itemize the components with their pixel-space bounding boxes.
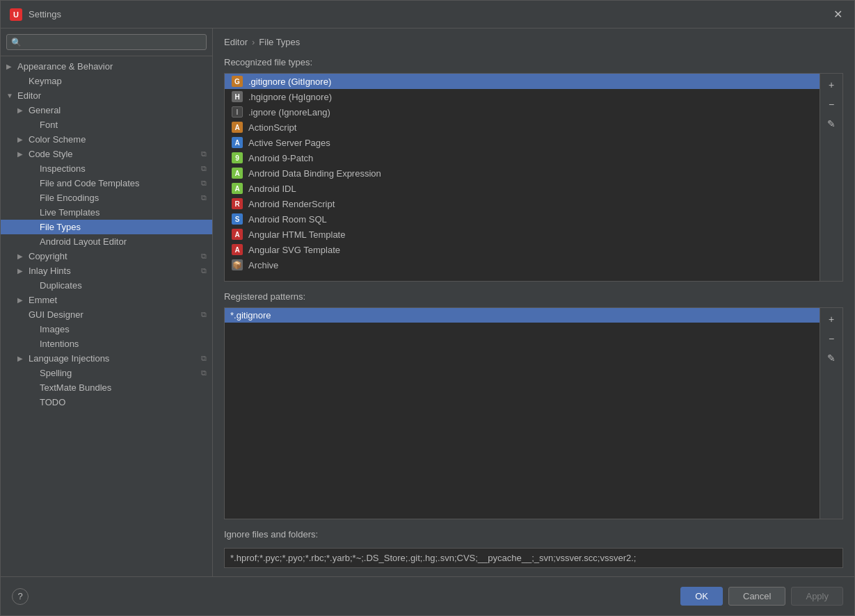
sidebar-item-filetypes[interactable]: File Types — [1, 220, 212, 234]
edit-pattern-button[interactable]: ✎ — [823, 350, 840, 366]
file-type-icon: A — [230, 122, 244, 133]
search-icon: 🔍 — [11, 38, 22, 47]
patterns-list[interactable]: *.gitignore — [225, 308, 820, 519]
recognized-list-item[interactable]: H.hgignore (HgIgnore) — [225, 89, 820, 104]
footer-right: OK Cancel Apply — [680, 587, 843, 606]
sidebar-item-fileencodings[interactable]: File Encodings⧉ — [1, 191, 212, 205]
sidebar-item-inspections[interactable]: Inspections⧉ — [1, 161, 212, 176]
sidebar-item-label: Images — [40, 324, 207, 334]
edit-filetype-button[interactable]: ✎ — [823, 115, 840, 132]
sidebar-item-label: Color Scheme — [29, 134, 207, 145]
arrow-icon: ▶ — [17, 150, 29, 158]
sidebar-item-editor[interactable]: ▼Editor — [1, 88, 212, 103]
recognized-list-item[interactable]: 📦Archive — [225, 257, 820, 273]
recognized-list[interactable]: G.gitignore (GitIgnore)H.hgignore (HgIgn… — [225, 74, 820, 281]
sidebar-item-label: TODO — [40, 397, 207, 407]
footer-left: ? — [12, 588, 29, 605]
ok-button[interactable]: OK — [680, 587, 723, 606]
filetype-name: Android RenderScript — [248, 199, 335, 209]
recognized-list-item[interactable]: AAngular SVG Template — [225, 242, 820, 257]
patterns-section: Registered patterns: *.gitignore + − ✎ — [224, 291, 843, 519]
file-type-icon: I — [230, 106, 244, 117]
apply-button[interactable]: Apply — [791, 587, 843, 606]
sidebar: 🔍 ▶Appearance & BehaviorKeymap▼Editor▶Ge… — [1, 29, 213, 576]
sidebar-item-font[interactable]: Font — [1, 117, 212, 132]
settings-dialog: U Settings ✕ 🔍 ▶Appearance & BehaviorKey… — [0, 0, 855, 616]
sidebar-item-textmatebundles[interactable]: TextMate Bundles — [1, 380, 212, 395]
recognized-list-item[interactable]: AActionScript — [225, 120, 820, 135]
recognized-list-item[interactable]: AAndroid Data Binding Expression — [225, 165, 820, 181]
sidebar-item-codestyle[interactable]: ▶Code Style⧉ — [1, 147, 212, 161]
sidebar-item-images[interactable]: Images — [1, 322, 212, 337]
copy-icon: ⧉ — [201, 149, 207, 159]
copy-icon: ⧉ — [201, 354, 207, 363]
sidebar-item-label: Appearance & Behavior — [17, 61, 207, 72]
cancel-button[interactable]: Cancel — [728, 587, 785, 606]
arrow-icon: ▶ — [17, 296, 29, 304]
file-type-icon: 9 — [230, 152, 244, 163]
file-type-icon: R — [230, 198, 244, 209]
sidebar-item-label: Live Templates — [40, 207, 207, 218]
search-input[interactable] — [24, 37, 202, 47]
recognized-list-item[interactable]: G.gitignore (GitIgnore) — [225, 74, 820, 89]
add-filetype-button[interactable]: + — [823, 76, 840, 93]
sidebar-item-spelling[interactable]: Spelling⧉ — [1, 366, 212, 380]
sidebar-item-label: Duplicates — [40, 280, 207, 291]
sidebar-item-languageinjections[interactable]: ▶Language Injections⧉ — [1, 351, 212, 366]
sidebar-item-label: Inlay Hints — [29, 266, 198, 276]
pattern-list-item[interactable]: *.gitignore — [225, 308, 820, 323]
copy-icon: ⧉ — [201, 310, 207, 319]
breadcrumb-separator: › — [252, 37, 255, 47]
sidebar-item-label: Emmet — [29, 295, 207, 305]
filetype-name: Angular SVG Template — [248, 245, 340, 255]
sidebar-item-fileandcode[interactable]: File and Code Templates⧉ — [1, 176, 212, 191]
sidebar-item-androidlayout[interactable]: Android Layout Editor — [1, 234, 212, 249]
svg-text:U: U — [13, 10, 19, 19]
arrow-icon: ▶ — [17, 106, 29, 114]
patterns-panel: *.gitignore + − ✎ — [224, 307, 843, 519]
sidebar-item-label: Language Injections — [29, 353, 198, 364]
arrow-icon: ▶ — [6, 63, 17, 70]
add-pattern-button[interactable]: + — [823, 311, 840, 327]
file-type-icon: H — [230, 91, 244, 102]
remove-pattern-button[interactable]: − — [823, 330, 840, 347]
sidebar-item-label: TextMate Bundles — [40, 382, 207, 393]
dialog-title: Settings — [29, 9, 829, 19]
sidebar-item-appearance[interactable]: ▶Appearance & Behavior — [1, 59, 212, 74]
recognized-buttons: + − ✎ — [820, 74, 842, 281]
sidebar-item-copyright[interactable]: ▶Copyright⧉ — [1, 249, 212, 264]
sidebar-item-general[interactable]: ▶General — [1, 103, 212, 117]
patterns-buttons: + − ✎ — [820, 308, 842, 519]
filetype-name: Android Room SQL — [248, 214, 327, 225]
remove-filetype-button[interactable]: − — [823, 96, 840, 113]
sidebar-item-guidesigner[interactable]: GUI Designer⧉ — [1, 307, 212, 322]
recognized-list-item[interactable]: RAndroid RenderScript — [225, 196, 820, 211]
recognized-list-item[interactable]: 9Android 9-Patch — [225, 150, 820, 165]
sidebar-item-inlayhints[interactable]: ▶Inlay Hints⧉ — [1, 264, 212, 278]
help-button[interactable]: ? — [12, 588, 29, 605]
patterns-label: Registered patterns: — [224, 291, 843, 302]
sidebar-item-label: Spelling — [40, 368, 198, 378]
sidebar-item-label: Android Layout Editor — [40, 236, 207, 247]
recognized-list-item[interactable]: AAndroid IDL — [225, 181, 820, 196]
recognized-list-item[interactable]: AAngular HTML Template — [225, 227, 820, 242]
sidebar-item-todo[interactable]: TODO — [1, 395, 212, 410]
titlebar: U Settings ✕ — [1, 1, 854, 29]
sidebar-item-keymap[interactable]: Keymap — [1, 74, 212, 88]
recognized-list-item[interactable]: AActive Server Pages — [225, 135, 820, 150]
close-button[interactable]: ✕ — [829, 6, 846, 23]
sidebar-item-intentions[interactable]: Intentions — [1, 337, 212, 351]
copy-icon: ⧉ — [201, 164, 207, 173]
sidebar-item-colorscheme[interactable]: ▶Color Scheme — [1, 132, 212, 147]
breadcrumb-current: File Types — [259, 37, 300, 47]
recognized-list-item[interactable]: I.ignore (IgnoreLang) — [225, 104, 820, 120]
pattern-name: *.gitignore — [230, 310, 271, 321]
recognized-list-item[interactable]: SAndroid Room SQL — [225, 211, 820, 227]
sidebar-item-label: Inspections — [40, 163, 198, 174]
sidebar-item-label: File Encodings — [40, 193, 198, 203]
sidebar-item-emmet[interactable]: ▶Emmet — [1, 293, 212, 307]
sidebar-item-duplicates[interactable]: Duplicates — [1, 278, 212, 293]
ignore-input[interactable] — [224, 548, 843, 568]
sidebar-item-livetemplates[interactable]: Live Templates — [1, 205, 212, 220]
search-box: 🔍 — [1, 29, 212, 56]
